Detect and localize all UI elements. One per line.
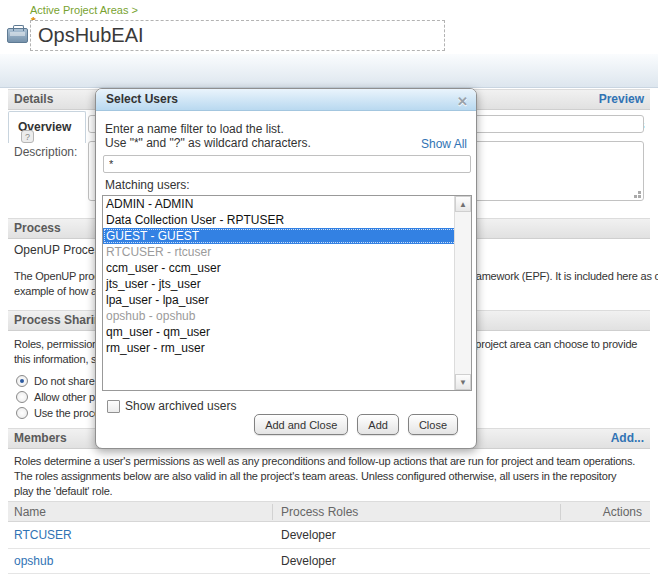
add-and-close-button[interactable]: Add and Close (254, 414, 348, 435)
name-filter-input[interactable] (103, 155, 471, 173)
radio-unselected-icon[interactable] (16, 407, 28, 419)
breadcrumb[interactable]: Active Project Areas > (30, 4, 138, 16)
process-name: OpenUP Process (14, 243, 107, 257)
list-item[interactable]: qm_user - qm_user (103, 324, 471, 340)
members-description-line2: The roles assignments below are also val… (14, 470, 616, 482)
close-button[interactable]: Close (408, 414, 458, 435)
members-heading: Members (14, 431, 67, 445)
column-divider (272, 504, 273, 520)
list-item[interactable]: ccm_user - ccm_user (103, 260, 471, 276)
member-role: Developer (281, 554, 336, 568)
column-name: Name (14, 502, 46, 522)
row-divider (8, 573, 650, 574)
tab-bar: Overview? Timelines Roles Permissions Ac… (0, 54, 658, 88)
list-item[interactable]: rm_user - rm_user (103, 340, 471, 356)
scroll-up-icon[interactable]: ▲ (455, 196, 471, 212)
show-all-link[interactable]: Show All (421, 137, 467, 151)
members-description-line3: play the 'default' role. (14, 485, 112, 497)
member-name-link[interactable]: RTCUSER (14, 528, 72, 542)
scrollbar[interactable]: ▲ ▼ (454, 196, 471, 390)
close-icon[interactable]: ✕ (457, 91, 468, 112)
member-name-link[interactable]: opshub (14, 554, 53, 568)
dialog-title-bar[interactable]: Select Users ✕ (96, 89, 476, 111)
add-member-link[interactable]: Add... (611, 429, 644, 448)
project-area-icon (7, 28, 28, 43)
list-item-disabled[interactable]: opshub - opshub (103, 308, 471, 324)
list-item[interactable]: ADMIN - ADMIN (103, 196, 471, 212)
project-area-editor: Active Project Areas > * Overview? Timel… (0, 0, 658, 575)
select-users-dialog: Select Users ✕ Enter a name filter to lo… (95, 88, 477, 449)
preview-link[interactable]: Preview (599, 90, 644, 109)
list-item-disabled[interactable]: RTCUSER - rtcuser (103, 244, 471, 260)
dialog-intro-line1: Enter a name filter to load the list. (105, 122, 284, 136)
tab-overview[interactable]: Overview? (8, 111, 86, 143)
radio-selected-icon[interactable] (16, 375, 28, 387)
radio-unselected-icon[interactable] (16, 391, 28, 403)
column-actions: Actions (603, 502, 642, 522)
dialog-button-row: Add and Close Add Close (254, 414, 458, 435)
add-button[interactable]: Add (357, 414, 399, 435)
project-name-input[interactable] (30, 20, 445, 51)
column-process-roles: Process Roles (281, 502, 358, 522)
list-item[interactable]: jts_user - jts_user (103, 276, 471, 292)
matching-users-listbox[interactable]: ADMIN - ADMIN Data Collection User - RPT… (102, 195, 472, 391)
details-heading: Details (14, 92, 53, 106)
members-description-line1: Roles determine a user's permissions as … (14, 455, 635, 467)
matching-users-label: Matching users: (105, 178, 190, 192)
dialog-title: Select Users (106, 92, 178, 106)
row-divider (8, 548, 650, 549)
show-archived-label: Show archived users (125, 399, 236, 413)
list-item[interactable]: Data Collection User - RPTUSER (103, 212, 471, 228)
list-item-selected[interactable]: GUEST - GUEST (103, 228, 471, 244)
process-heading: Process (14, 221, 61, 235)
dialog-intro-line2: Use "*" and "?" as wildcard characters. (105, 136, 311, 150)
help-icon[interactable]: ? (21, 130, 34, 143)
scroll-down-icon[interactable]: ▼ (455, 374, 471, 390)
show-archived-checkbox[interactable] (107, 400, 120, 413)
column-divider (560, 504, 561, 520)
list-item[interactable]: lpa_user - lpa_user (103, 292, 471, 308)
members-table-header: Name Process Roles Actions (8, 501, 650, 522)
member-role: Developer (281, 528, 336, 542)
